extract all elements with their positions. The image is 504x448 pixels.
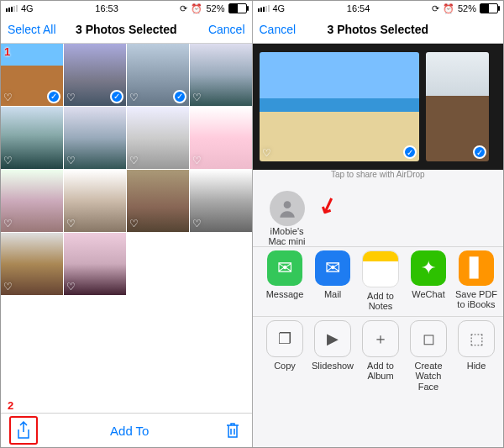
callout-1: 1: [4, 45, 10, 58]
hide-icon: ⬚: [458, 320, 495, 357]
airdrop-hint: Tap to share with AirDrop: [253, 170, 504, 179]
heart-icon: ♡: [3, 218, 13, 229]
heart-icon: ♡: [3, 281, 13, 293]
action-copy[interactable]: ❐ Copy: [261, 320, 309, 391]
add-to-button[interactable]: Add To: [38, 424, 222, 438]
callout-2: 2: [8, 399, 13, 412]
lock-icon: ⟳: [432, 3, 439, 14]
photo-thumbnail[interactable]: ♡: [190, 107, 252, 169]
nav-bar: Select All 3 Photos Selected Cancel: [1, 16, 252, 44]
nav-bar: Cancel 3 Photos Selected: [253, 16, 504, 44]
share-app-label: Message: [266, 289, 304, 299]
action-label: Hide: [467, 361, 486, 371]
share-app-wechat[interactable]: ✦ WeChat: [405, 250, 453, 311]
photo-thumbnail[interactable]: ♡: [1, 233, 63, 295]
delete-button[interactable]: [222, 419, 244, 441]
share-app-label: Save PDF to iBooks: [455, 289, 497, 309]
share-app-message[interactable]: ✉︎ Message: [261, 250, 309, 311]
photo-grid: 1 ♡ ✓ ♡ ✓ ♡ ✓ ♡ ♡ ♡ ♡ ♡ ♡ ♡ ♡ ♡ ♡ ♡: [1, 44, 252, 295]
action-add-album[interactable]: ＋ Add to Album: [357, 320, 405, 391]
heart-icon: ♡: [66, 281, 76, 293]
signal-icon: [258, 5, 270, 12]
battery-icon: [228, 3, 247, 13]
status-bar: 4G 16:53 ⟳ ⏰ 52%: [1, 1, 252, 16]
clock: 16:54: [347, 3, 370, 13]
notes-icon: [362, 250, 399, 287]
selected-check-icon: ✓: [173, 90, 186, 103]
trash-icon: [225, 422, 240, 439]
selected-check-icon: ✓: [403, 145, 417, 159]
heart-icon: ♡: [129, 218, 139, 229]
select-all-button[interactable]: Select All: [1, 16, 63, 43]
selected-check-icon: ✓: [110, 90, 123, 103]
alarm-icon: ⏰: [191, 3, 202, 14]
message-icon: ✉︎: [267, 250, 302, 286]
share-button-highlight: [9, 416, 38, 445]
heart-icon: ♡: [66, 218, 76, 229]
action-watch-face[interactable]: ◻ Create Watch Face: [405, 320, 453, 391]
battery-pct: 52%: [206, 3, 224, 13]
share-app-label: Mail: [324, 289, 341, 299]
add-album-icon: ＋: [362, 320, 399, 357]
status-bar: 4G 16:54 ⟳ ⏰ 52%: [253, 1, 504, 16]
heart-icon: ♡: [192, 218, 202, 229]
heart-icon: ♡: [192, 155, 202, 166]
photo-thumbnail[interactable]: ♡: [64, 170, 126, 232]
battery-pct: 52%: [458, 3, 476, 13]
share-sheet: Tap to share with AirDrop iMobie's Mac m…: [253, 170, 504, 447]
watch-icon: ◻: [410, 320, 447, 357]
photo-thumbnail[interactable]: ♡: [64, 233, 126, 295]
photo-thumbnail[interactable]: ♡: [127, 170, 189, 232]
share-app-ibooks[interactable]: ▋ Save PDF to iBooks: [453, 250, 501, 311]
cancel-button[interactable]: Cancel: [202, 16, 252, 43]
photo-thumbnail[interactable]: 1 ♡ ✓: [1, 44, 63, 106]
action-hide[interactable]: ⬚ Hide: [453, 320, 501, 391]
photo-thumbnail[interactable]: ♡: [190, 44, 252, 106]
photo-thumbnail[interactable]: ♡: [190, 170, 252, 232]
airdrop-target[interactable]: iMobie's Mac mini: [263, 191, 312, 246]
heart-icon: ♡: [66, 92, 76, 103]
heart-icon: ♡: [262, 147, 271, 159]
selected-photos-preview[interactable]: ♡ ✓ ✓: [253, 44, 504, 170]
share-apps-row[interactable]: ✉︎ Message ✉ Mail Add to Notes ✦ WeChat …: [253, 246, 504, 316]
action-label: Add to Album: [357, 361, 405, 381]
share-icon: [16, 421, 31, 440]
page-title: 3 Photos Selected: [76, 23, 177, 36]
preview-photo[interactable]: ♡ ✓: [260, 52, 419, 161]
share-app-notes[interactable]: Add to Notes: [357, 250, 405, 311]
photo-thumbnail[interactable]: ♡: [1, 107, 63, 169]
network-label: 4G: [273, 3, 286, 13]
share-app-label: Add to Notes: [357, 291, 405, 311]
photo-thumbnail[interactable]: ♡ ✓: [127, 44, 189, 106]
action-label: Copy: [274, 361, 296, 371]
cancel-button[interactable]: Cancel: [253, 16, 303, 43]
lock-icon: ⟳: [180, 3, 187, 14]
alarm-icon: ⏰: [443, 3, 454, 14]
screen-share-sheet: 4G 16:54 ⟳ ⏰ 52% Cancel 3 Photos Selecte…: [253, 1, 504, 447]
copy-icon: ❐: [266, 320, 303, 357]
heart-icon: ♡: [3, 92, 13, 103]
selected-check-icon: ✓: [47, 90, 60, 103]
photo-thumbnail[interactable]: ♡ ✓: [64, 44, 126, 106]
heart-icon: ♡: [129, 92, 139, 103]
action-label: Create Watch Face: [405, 361, 453, 391]
airdrop-target-label: iMobie's Mac mini: [268, 226, 305, 246]
share-actions-row[interactable]: ❐ Copy ▶ Slideshow ＋ Add to Album ◻ Crea…: [253, 316, 504, 396]
share-app-mail[interactable]: ✉ Mail: [309, 250, 357, 311]
selected-check-icon: ✓: [473, 145, 486, 159]
action-slideshow[interactable]: ▶ Slideshow: [309, 320, 357, 391]
signal-icon: [6, 5, 18, 12]
photo-thumbnail[interactable]: ♡: [1, 170, 63, 232]
clock: 16:53: [95, 3, 118, 13]
share-button[interactable]: [13, 419, 34, 441]
network-label: 4G: [21, 3, 34, 13]
photo-thumbnail[interactable]: ♡: [127, 107, 189, 169]
heart-icon: ♡: [3, 155, 13, 166]
wechat-icon: ✦: [411, 250, 446, 286]
ibooks-icon: ▋: [459, 250, 494, 286]
heart-icon: ♡: [66, 155, 76, 166]
heart-icon: ♡: [192, 92, 202, 103]
photo-thumbnail[interactable]: ♡: [64, 107, 126, 169]
battery-icon: [480, 3, 498, 13]
preview-photo[interactable]: ✓: [426, 52, 489, 161]
